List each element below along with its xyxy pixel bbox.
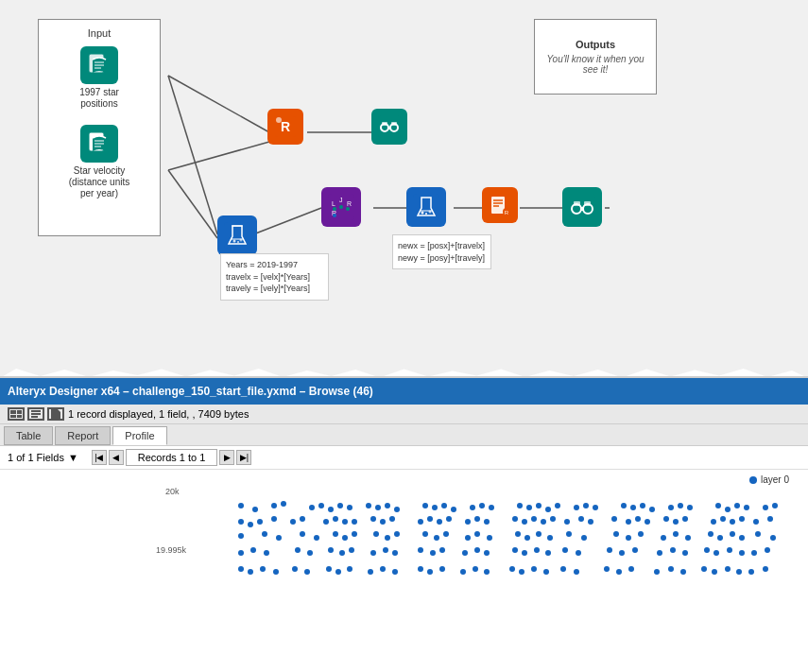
svg-point-87: [621, 503, 627, 508]
svg-point-71: [394, 507, 400, 512]
svg-point-106: [323, 519, 329, 525]
grid-icon[interactable]: [8, 407, 25, 421]
svg-point-220: [368, 569, 373, 575]
svg-point-123: [541, 519, 546, 525]
status-text: 1 record displayed, 1 field, , 7409 byte…: [68, 408, 249, 420]
tab-bar: Table Report Profile: [0, 424, 808, 446]
svg-point-66: [337, 503, 343, 508]
svg-point-162: [566, 531, 572, 537]
svg-point-33: [333, 207, 336, 211]
svg-point-167: [661, 535, 666, 541]
svg-line-5: [253, 208, 321, 234]
svg-text:L: L: [332, 200, 335, 207]
svg-point-203: [670, 547, 676, 553]
svg-point-131: [645, 519, 650, 525]
svg-point-238: [654, 569, 660, 575]
svg-point-137: [730, 519, 735, 525]
svg-text:R: R: [347, 200, 352, 207]
svg-point-194: [522, 550, 527, 556]
titlebar-text: Alteryx Designer x64 – challenge_150_sta…: [8, 385, 373, 398]
svg-point-242: [712, 569, 717, 575]
nav-controls: |◀ ◀ Records 1 to 1 ▶ ▶|: [92, 449, 252, 466]
svg-point-112: [389, 516, 395, 522]
node-science: [217, 215, 257, 255]
save-icon[interactable]: [47, 407, 64, 421]
svg-rect-57: [574, 201, 580, 206]
svg-point-39: [237, 241, 239, 243]
tab-profile[interactable]: Profile: [112, 426, 166, 445]
svg-point-94: [715, 503, 721, 508]
node-browse-top: [371, 109, 407, 145]
svg-line-4: [168, 170, 217, 238]
svg-point-144: [300, 531, 305, 537]
svg-point-40: [240, 239, 243, 242]
nav-first-btn[interactable]: |◀: [92, 450, 107, 465]
svg-point-235: [604, 566, 610, 572]
svg-point-166: [638, 531, 644, 537]
node-icon-star-positions: [80, 46, 118, 84]
status-bar: 1 record displayed, 1 field, , 7409 byte…: [0, 405, 808, 424]
svg-point-101: [248, 522, 253, 527]
titlebar: Alteryx Designer x64 – challenge_150_sta…: [0, 378, 808, 405]
tab-report[interactable]: Report: [55, 426, 111, 445]
nav-next-btn[interactable]: ▶: [219, 450, 234, 465]
svg-point-190: [462, 550, 468, 556]
svg-point-150: [385, 535, 390, 541]
svg-point-174: [755, 531, 761, 537]
dropdown-arrow[interactable]: ▼: [68, 452, 78, 463]
svg-point-222: [392, 569, 398, 575]
svg-point-239: [668, 566, 674, 572]
svg-point-63: [309, 505, 315, 510]
svg-point-102: [257, 519, 263, 525]
node-record-lower: R: [482, 187, 518, 223]
svg-point-159: [524, 535, 530, 541]
svg-point-233: [560, 566, 566, 572]
svg-point-155: [465, 535, 471, 541]
node-icon-formula-2: [406, 187, 446, 227]
svg-point-187: [418, 547, 423, 553]
svg-point-156: [474, 531, 480, 537]
svg-text:J: J: [339, 197, 343, 203]
svg-point-59: [238, 503, 244, 508]
svg-point-74: [441, 503, 447, 508]
svg-point-189: [439, 547, 445, 553]
svg-point-193: [512, 547, 518, 553]
svg-point-100: [238, 519, 244, 525]
svg-point-82: [545, 507, 551, 512]
nav-last-btn[interactable]: ▶|: [236, 450, 251, 465]
svg-point-115: [437, 519, 442, 525]
svg-point-107: [333, 516, 338, 522]
svg-point-176: [238, 550, 244, 556]
node-formula-2: [406, 187, 446, 227]
svg-point-85: [583, 503, 589, 508]
svg-point-34: [339, 205, 343, 209]
svg-point-73: [432, 505, 438, 510]
svg-point-221: [380, 566, 386, 572]
node-icon-browse-top: [371, 109, 407, 145]
svg-point-86: [593, 505, 598, 510]
fields-counter: 1 of 1 Fields ▼: [8, 452, 78, 463]
svg-point-120: [512, 516, 518, 522]
svg-point-172: [730, 531, 735, 537]
node-label-star-velocity: Star velocity (distance units per year): [61, 165, 137, 199]
svg-point-128: [611, 516, 617, 522]
tab-table[interactable]: Table: [4, 426, 53, 445]
svg-point-141: [238, 533, 244, 539]
svg-point-145: [314, 535, 319, 541]
svg-point-111: [380, 519, 386, 525]
node-icon-formula-lower: L J R R: [321, 187, 361, 227]
svg-point-153: [434, 535, 439, 541]
svg-point-117: [465, 519, 471, 525]
svg-rect-41: [232, 225, 243, 227]
svg-point-95: [725, 507, 731, 512]
svg-point-161: [547, 535, 553, 541]
svg-point-211: [238, 566, 244, 572]
list-icon[interactable]: [27, 407, 44, 421]
svg-point-207: [727, 547, 732, 553]
svg-point-121: [522, 519, 527, 525]
svg-point-171: [717, 535, 723, 541]
svg-point-122: [531, 516, 537, 522]
svg-point-43: [421, 212, 424, 215]
svg-point-236: [616, 569, 622, 575]
nav-prev-btn[interactable]: ◀: [109, 450, 124, 465]
